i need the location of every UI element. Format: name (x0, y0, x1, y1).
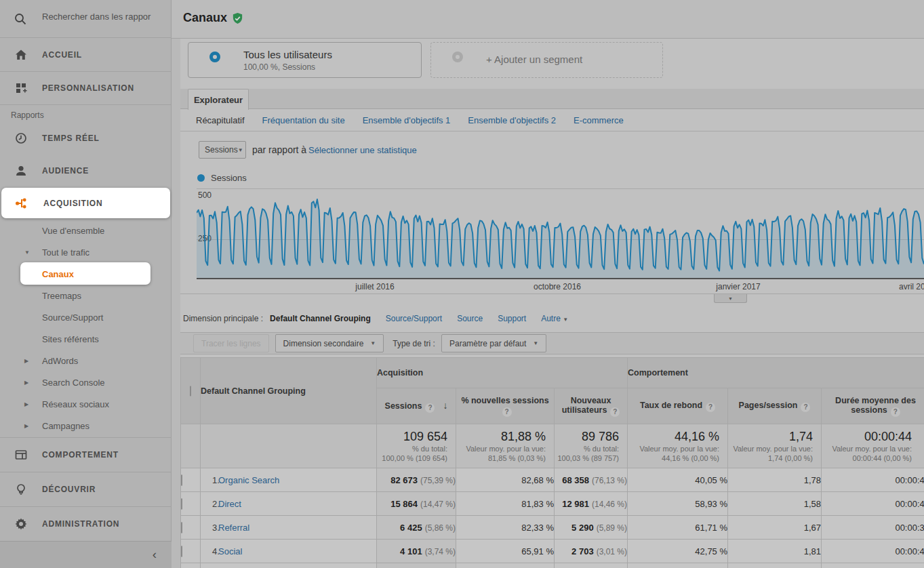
total-new-sessions: 81,88 %Valeur moy. pour la vue:81,85 % (… (456, 424, 555, 468)
sidebar-item-label: TEMPS RÉEL (42, 134, 100, 143)
totals-row: 109 654% du total:100,00 % (109 654) 81,… (181, 424, 924, 468)
channel-link[interactable]: Direct (218, 499, 241, 509)
row-checkbox[interactable] (181, 498, 182, 510)
help-icon[interactable]: ? (891, 407, 900, 417)
chart-legend: Sessions (197, 173, 247, 183)
sidebar-item-label: ACCUEIL (42, 50, 82, 60)
dimension-medium[interactable]: Support (498, 314, 526, 323)
sidebar-item-discover[interactable]: DÉCOUVRIR (0, 472, 172, 506)
chevron-right-icon: ▶ (24, 423, 28, 429)
row-checkbox[interactable] (181, 474, 182, 486)
sidebar-item-adwords[interactable]: ▶ AdWords (0, 350, 172, 371)
select-metric-link[interactable]: Sélectionner une statistique (308, 145, 417, 155)
segment-subtitle: 100,00 %, Sessions (243, 62, 315, 72)
sidebar-item-referrals[interactable]: Sites référents (0, 328, 172, 350)
data-table-container: Default Channel Grouping Acquisition Com… (180, 357, 924, 568)
secondary-dimension-button[interactable]: Dimension secondaire▼ (275, 334, 384, 352)
chevron-down-icon: ▼ (370, 340, 376, 346)
help-icon[interactable]: ? (502, 407, 512, 417)
collapse-sidebar-icon[interactable]: ‹ (153, 547, 157, 562)
help-icon[interactable]: ? (706, 403, 715, 412)
sidebar-item-label: COMPORTEMENT (42, 450, 119, 460)
dimension-other[interactable]: Autre ▼ (541, 314, 568, 323)
channel-link[interactable]: Social (218, 546, 242, 556)
sidebar-item-source-medium[interactable]: Source/Support (0, 306, 172, 328)
tab-strip (180, 89, 924, 109)
divider (180, 131, 924, 131)
clock-icon (14, 131, 28, 145)
subtab-goal-set-2[interactable]: Ensemble d'objectifs 2 (468, 115, 556, 125)
subtab-goal-set-1[interactable]: Ensemble d'objectifs 1 (363, 115, 451, 125)
column-header-new-users[interactable]: Nouveaux utilisateurs? (555, 388, 628, 424)
dimension-source-medium[interactable]: Source/Support (386, 314, 442, 323)
row-checkbox[interactable] (181, 522, 182, 533)
data-table: Default Channel Grouping Acquisition Com… (180, 357, 924, 568)
sidebar-item-admin[interactable]: ADMINISTRATION (0, 507, 172, 541)
sidebar-item-treemaps[interactable]: Treemaps (0, 285, 172, 306)
sidebar-item-customization[interactable]: PERSONNALISATION (0, 72, 172, 104)
legend-label: Sessions (211, 173, 247, 183)
sidebar-item-audience[interactable]: AUDIENCE (0, 156, 172, 186)
sidebar-item-all-traffic[interactable]: ▼ Tout le trafic (0, 241, 172, 263)
chevron-down-icon: ▼ (563, 317, 568, 323)
column-header-avg-duration[interactable]: Durée moyenne des sessions? (822, 388, 924, 424)
chevron-right-icon: ▶ (24, 401, 28, 407)
column-header-dimension[interactable]: Default Channel Grouping (201, 358, 377, 424)
legend-dot-icon (197, 174, 205, 182)
sort-desc-icon: ↓ (443, 400, 447, 411)
sidebar-item-home[interactable]: ACCUEIL (0, 38, 172, 71)
chevron-right-icon: ▶ (24, 358, 28, 364)
column-header-new-sessions[interactable]: % nouvelles sessions? (456, 388, 555, 424)
sidebar-search[interactable] (0, 0, 172, 37)
sidebar-item-search-console[interactable]: ▶ Search Console (0, 371, 172, 393)
home-icon (14, 48, 28, 62)
sidebar-item-realtime[interactable]: TEMPS RÉEL (0, 123, 172, 153)
select-all-header (181, 358, 201, 424)
search-icon (14, 12, 27, 26)
column-header-pages-session[interactable]: Pages/session? (728, 388, 822, 424)
metric-dropdown[interactable]: Sessions ▼ (199, 141, 246, 159)
sessions-chart[interactable] (197, 186, 924, 279)
table-toolbar: Tracer les lignes Dimension secondaire▼ … (180, 332, 924, 354)
chevron-down-icon: ▼ (24, 249, 30, 256)
channel-link[interactable]: Referral (218, 523, 249, 533)
sidebar-item-behavior[interactable]: COMPORTEMENT (0, 438, 172, 472)
help-icon[interactable]: ? (610, 407, 620, 417)
column-header-sessions[interactable]: Sessions?↓ (377, 388, 456, 424)
segment-all-users[interactable]: Tous les utilisateurs 100,00 %, Sessions (188, 42, 422, 78)
table-row-partial (181, 563, 924, 568)
tab-explorer[interactable]: Explorateur (188, 89, 249, 110)
plot-rows-button[interactable]: Tracer les lignes (193, 334, 269, 352)
x-tick-avr: avril 2017 (899, 282, 924, 291)
add-segment-button[interactable]: + Ajouter un segment (430, 42, 663, 78)
sort-type-button[interactable]: Paramètre par défaut▼ (441, 334, 546, 352)
help-icon[interactable]: ? (425, 403, 435, 413)
total-duration: 00:00:44Valeur moy. pour la vue:00:00:44… (822, 424, 924, 468)
sidebar-item-overview[interactable]: Vue d'ensemble (0, 220, 172, 241)
channel-link[interactable]: Organic Search (218, 475, 279, 485)
x-tick-jan: janvier 2017 (694, 282, 782, 291)
sidebar-item-label: DÉCOUVRIR (42, 485, 96, 494)
sidebar-item-social[interactable]: ▶ Réseaux sociaux (0, 393, 172, 415)
sidebar-item-acquisition[interactable]: ACQUISITION (1, 188, 170, 218)
segment-title: Tous les utilisateurs (243, 49, 332, 60)
subtab-summary[interactable]: Récapitulatif (196, 115, 245, 125)
sidebar-item-campaigns[interactable]: ▶ Campagnes (0, 415, 172, 437)
subtab-ecommerce[interactable]: E-commerce (574, 115, 624, 125)
row-checkbox[interactable] (181, 546, 182, 557)
dimension-source[interactable]: Source (457, 314, 483, 323)
dimension-default-channel-grouping[interactable]: Default Channel Grouping (270, 314, 371, 323)
chevron-down-icon: ▼ (238, 147, 243, 153)
behavior-icon (14, 448, 28, 462)
help-icon[interactable]: ? (801, 403, 810, 412)
sidebar-item-channels[interactable]: Canaux (20, 262, 150, 285)
column-header-bounce-rate[interactable]: Taux de rebond? (628, 388, 728, 424)
subtab-site-usage[interactable]: Fréquentation du site (262, 115, 345, 125)
metric-dropdown-value: Sessions (205, 145, 238, 155)
search-input[interactable] (41, 11, 167, 22)
select-all-checkbox[interactable] (190, 386, 191, 397)
chart-collapse-handle[interactable]: ▼ (714, 294, 747, 303)
sidebar: ACCUEIL PERSONNALISATION Rapports TEMPS … (0, 0, 172, 568)
total-new-users: 89 786% du total:100,03 % (89 757) (555, 424, 628, 468)
table-row: 3.Referral 6 425(5,86 %) 82,33 % 5 290(5… (181, 516, 924, 540)
